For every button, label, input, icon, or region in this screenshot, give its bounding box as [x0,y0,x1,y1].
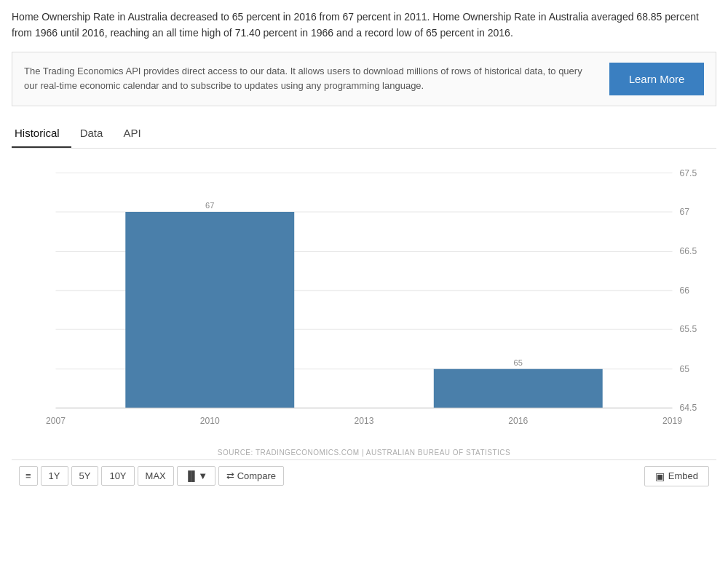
api-banner-text: The Trading Economics API provides direc… [24,64,595,93]
x-label-2013: 2013 [355,416,374,426]
period-max-button[interactable]: MAX [138,466,174,486]
y-label-65: 65 [680,364,690,374]
tab-historical[interactable]: Historical [12,119,71,148]
y-label-675: 67.5 [680,167,697,178]
bar-2016-label: 65 [514,358,523,367]
tab-data[interactable]: Data [77,119,115,148]
tabs-row: Historical Data API [12,119,716,149]
x-label-2010: 2010 [200,416,220,426]
chart-source: SOURCE: TRADINGECONOMICS.COM | AUSTRALIA… [12,449,716,457]
y-label-67: 67 [680,207,690,217]
tab-api[interactable]: API [120,119,152,148]
y-label-655: 65.5 [680,324,697,334]
embed-icon: ▣ [655,470,665,482]
chart-type-button[interactable]: ▐▌▼ [177,466,215,486]
main-container: Home Ownership Rate in Australia decreas… [0,0,728,501]
x-label-2019: 2019 [662,416,682,426]
period-10y-button[interactable]: 10Y [101,466,134,486]
y-label-66: 66 [680,285,690,296]
period-5y-button[interactable]: 5Y [71,466,99,486]
embed-label: Embed [668,470,698,481]
chart-svg: 67.5 67 66.5 66 65.5 65 64.5 2007 2010 2… [12,156,716,447]
x-label-2016: 2016 [508,416,528,426]
period-1y-button[interactable]: 1Y [41,466,68,486]
y-label-645: 64.5 [680,403,697,413]
bar-2011 [125,212,294,408]
x-label-2007: 2007 [46,416,66,426]
chart-area: 67.5 67 66.5 66 65.5 65 64.5 2007 2010 2… [12,156,716,447]
compare-button[interactable]: ⇄ Compare [218,466,284,486]
description-text: Home Ownership Rate in Australia decreas… [12,9,716,42]
menu-button[interactable]: ≡ [19,466,38,486]
bar-2016 [434,369,603,408]
embed-button[interactable]: ▣ Embed [644,466,709,486]
bar-2011-label: 67 [205,201,214,210]
api-banner: The Trading Economics API provides direc… [12,52,716,106]
learn-more-button[interactable]: Learn More [609,63,704,95]
toolbar: ≡ 1Y 5Y 10Y MAX ▐▌▼ ⇄ Compare ▣ Embed [12,459,716,492]
y-label-665: 66.5 [680,246,697,256]
